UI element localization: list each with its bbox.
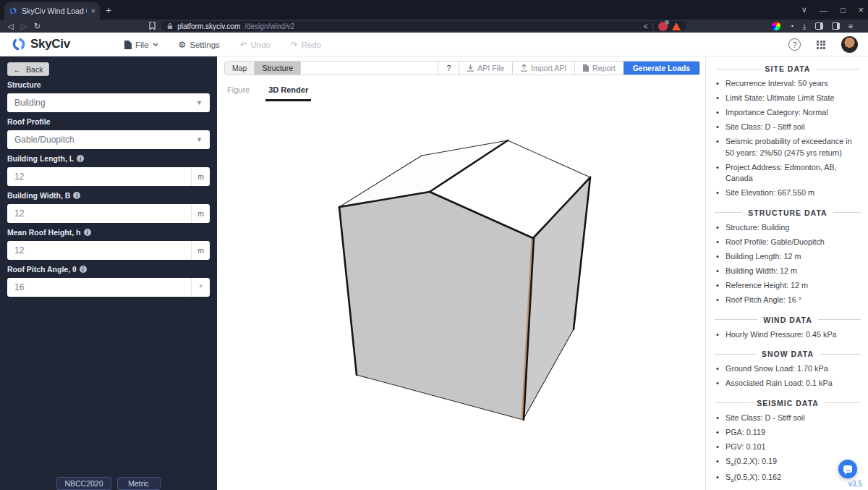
section-title: SNOW DATA	[715, 350, 861, 358]
unit-label: m	[191, 204, 210, 223]
section-list: Recurrence Interval: 50 yearsLimit State…	[715, 78, 861, 199]
units-button[interactable]: Metric	[117, 477, 161, 490]
data-item: Seismic probability of exceedance in 50 …	[715, 136, 861, 159]
browser-chrome: SkyCiv Wind Load Generat × + ∨ — ▢ × ◁ ▷…	[0, 0, 868, 33]
mean-roof-height-input[interactable]	[7, 241, 191, 260]
section-title: SEISMIC DATA	[715, 399, 861, 407]
apps-grid-icon[interactable]	[817, 41, 825, 49]
tab-strip: SkyCiv Wind Load Generat × + ∨ — ▢ ×	[0, 0, 868, 20]
app-header: SkyCiv File ⚙ Settings ↶ Undo ↷ Redo ?	[0, 33, 868, 56]
unit-label: °	[191, 278, 210, 297]
select-caret-icon: ▼	[196, 99, 203, 106]
chevron-down-icon	[153, 43, 158, 46]
url-domain: platform.skyciv.com	[177, 22, 240, 30]
share-icon[interactable]: <	[644, 22, 648, 30]
info-icon[interactable]: i	[77, 155, 84, 162]
brand-name: SkyCiv	[30, 37, 70, 51]
back-icon[interactable]: ◁	[7, 22, 13, 31]
back-arrow-icon: ←	[14, 65, 22, 74]
section-list: Structure: BuildingRoof Profile: Gable/D…	[715, 222, 861, 306]
toolbar-help-button[interactable]: ?	[438, 62, 459, 75]
chat-fab-button[interactable]	[838, 460, 857, 478]
tab-close-icon[interactable]: ×	[91, 7, 95, 15]
data-item: Recurrence Interval: 50 years	[715, 78, 861, 90]
browser-tab[interactable]: SkyCiv Wind Load Generat ×	[4, 2, 100, 20]
section-list: Ground Snow Load: 1.70 kPaAssociated Rai…	[715, 363, 861, 389]
field-label-roof-pitch-angle: Roof Pitch Angle, θi	[7, 265, 210, 274]
field-label-mean-roof-height: Mean Roof Height, hi	[7, 228, 210, 237]
data-item: Site Class: D - Stiff soil	[715, 413, 861, 424]
unit-label: m	[191, 241, 210, 260]
redo-icon: ↷	[291, 40, 298, 50]
extensions-puzzle-icon[interactable]: ◔	[789, 22, 794, 30]
info-icon[interactable]: i	[73, 192, 80, 199]
data-item: Site Elevation: 667.550 m	[715, 187, 861, 199]
redo-button[interactable]: ↷ Redo	[291, 40, 321, 50]
data-item: Roof Profile: Gable/Duopitch	[715, 237, 861, 248]
reload-icon[interactable]: ↻	[34, 22, 41, 31]
browser-navbar: ◁ ▷ ↻ platform.skyciv.com/design/wind/v2…	[0, 20, 868, 33]
downloads-icon[interactable]: ⤓	[803, 22, 807, 31]
skyciv-favicon-icon	[9, 7, 17, 15]
field-label-structure: Structure	[7, 80, 210, 89]
data-item: Site Class: D - Stiff soil	[715, 122, 861, 133]
undo-button[interactable]: ↶ Undo	[240, 40, 271, 50]
chat-bubble-icon	[843, 465, 852, 473]
report-button[interactable]: Report	[574, 62, 624, 75]
lock-icon	[167, 22, 173, 30]
avatar[interactable]	[841, 36, 858, 53]
screenshot-icon[interactable]	[832, 22, 840, 30]
building-length-input[interactable]	[7, 167, 191, 186]
settings-menu[interactable]: ⚙ Settings	[179, 40, 220, 50]
data-item: Reference Height: 12 m	[715, 280, 861, 292]
data-item: Importance Category: Normal	[715, 107, 861, 119]
new-tab-icon[interactable]: +	[106, 4, 111, 16]
undo-icon: ↶	[240, 40, 247, 50]
field-label-roof-profile: Roof Profile	[7, 117, 210, 126]
section-title: STRUCTURE DATA	[715, 208, 861, 217]
palette-icon[interactable]	[772, 22, 780, 30]
3d-building-render[interactable]	[217, 98, 705, 490]
data-item: PGV: 0.101	[715, 442, 861, 453]
structure-select[interactable]: Building ▼	[7, 93, 210, 112]
help-icon[interactable]: ?	[788, 38, 801, 51]
version-label: v3.5	[848, 480, 862, 488]
roof-profile-select[interactable]: Gable/Duopitch ▼	[7, 130, 210, 149]
section-list: Site Class: D - Stiff soilPGA: 0.119PGV:…	[715, 413, 861, 490]
tab-title: SkyCiv Wind Load Generat	[22, 7, 87, 15]
data-item: Hourly Wind Pressure: 0.45 kPa	[715, 329, 861, 341]
url-path: /design/wind/v2	[244, 22, 294, 30]
url-bar[interactable]: platform.skyciv.com/design/wind/v2 < |	[161, 21, 686, 31]
file-menu[interactable]: File	[124, 41, 158, 49]
data-item: Project Address: Edmonton, AB, Canada	[715, 162, 861, 185]
forward-icon[interactable]: ▷	[20, 22, 26, 31]
info-icon[interactable]: i	[84, 229, 91, 236]
maximize-icon[interactable]: ▢	[840, 7, 846, 14]
building-width-input[interactable]	[7, 204, 191, 223]
side-panel-icon[interactable]	[815, 22, 823, 30]
info-icon[interactable]: i	[80, 266, 87, 273]
brave-rewards-icon[interactable]	[658, 22, 668, 31]
settings-gear-icon: ⚙	[179, 40, 187, 50]
upload-icon	[521, 64, 527, 72]
report-file-icon	[583, 64, 589, 72]
bookmark-icon[interactable]	[149, 22, 156, 31]
minimize-icon[interactable]: —	[820, 6, 827, 14]
tab-structure[interactable]: Structure	[255, 62, 301, 75]
roof-pitch-angle-input[interactable]	[7, 278, 191, 297]
results-panel: SITE DATARecurrence Interval: 50 yearsLi…	[705, 56, 868, 490]
design-code-button[interactable]: NBCC2020	[56, 477, 111, 490]
tab-map[interactable]: Map	[225, 62, 255, 75]
brave-logo-icon[interactable]	[672, 22, 681, 30]
divider: |	[652, 22, 655, 30]
sidebar: ← Back Structure Building ▼ Roof Profile…	[0, 56, 217, 490]
data-item: Building Width: 12 m	[715, 266, 861, 277]
menu-icon[interactable]: ≡	[848, 22, 853, 30]
skyciv-brand: SkyCiv	[12, 37, 70, 51]
back-button[interactable]: ← Back	[7, 62, 49, 76]
chevron-down-icon[interactable]: ∨	[801, 5, 807, 14]
generate-loads-button[interactable]: Generate Loads	[624, 62, 699, 75]
import-api-button[interactable]: Import API	[512, 62, 574, 75]
api-file-button[interactable]: API File	[459, 62, 512, 75]
close-icon[interactable]: ×	[858, 4, 864, 15]
